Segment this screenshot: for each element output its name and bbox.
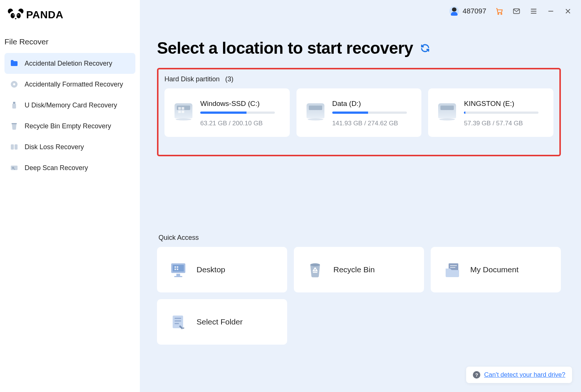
partition-card-e[interactable]: KINGSTON (E:) 57.39 GB / 57.74 GB <box>428 88 553 137</box>
sidebar-item-label: Disk Loss Recovery <box>25 143 84 151</box>
partition-card-d[interactable]: Data (D:) 141.93 GB / 274.62 GB <box>296 88 422 137</box>
usb-icon <box>10 101 19 110</box>
sidebar-menu: Accidental Deletion Recovery Accidentall… <box>0 53 140 178</box>
svg-rect-27 <box>176 274 180 276</box>
svg-rect-11 <box>12 104 16 109</box>
svg-rect-13 <box>11 144 14 150</box>
svg-rect-39 <box>175 320 181 322</box>
usage-bar <box>200 112 275 114</box>
quick-card-recycle-bin[interactable]: Recycle Bin <box>294 247 424 292</box>
disk-split-icon <box>10 142 19 151</box>
svg-rect-30 <box>177 266 178 268</box>
svg-rect-37 <box>173 316 183 328</box>
avatar-icon <box>449 6 459 16</box>
sidebar-item-recycle-bin[interactable]: Recycle Bin Empty Recovery <box>4 116 135 137</box>
svg-point-6 <box>18 15 19 16</box>
svg-rect-20 <box>178 107 181 110</box>
sidebar-item-label: Accidental Deletion Recovery <box>25 60 112 68</box>
quick-card-label: Recycle Bin <box>333 265 375 274</box>
svg-point-17 <box>498 13 499 15</box>
partition-name: KINGSTON (E:) <box>464 100 544 108</box>
quick-card-label: Desktop <box>197 265 225 274</box>
svg-rect-32 <box>177 269 178 270</box>
svg-rect-21 <box>182 107 184 110</box>
svg-point-33 <box>310 263 320 266</box>
partition-highlight-box: Hard Disk partition (3) <box>157 68 561 156</box>
panda-logo-icon <box>7 8 24 22</box>
main-panel: 487097 Select a location to start recove… <box>140 0 581 392</box>
quick-access-section: Quick Access Desktop Recycle Bin <box>157 234 561 345</box>
recycle-bin-icon <box>306 260 324 279</box>
quick-access-label: Quick Access <box>157 234 561 242</box>
sidebar-item-label: Recycle Bin Empty Recovery <box>25 122 111 130</box>
sidebar-item-deep-scan[interactable]: Deep Scan Recovery <box>4 157 135 178</box>
drive-icon <box>173 100 194 120</box>
mail-icon[interactable] <box>512 7 521 15</box>
quick-card-my-document[interactable]: My Document <box>431 247 561 292</box>
cart-icon[interactable] <box>495 7 503 15</box>
select-folder-icon <box>169 313 188 331</box>
partition-name: Data (D:) <box>332 100 413 108</box>
svg-rect-10 <box>13 102 15 104</box>
quick-card-label: My Document <box>470 265 519 274</box>
minimize-icon[interactable] <box>547 7 555 15</box>
svg-point-7 <box>15 18 16 19</box>
usage-bar <box>332 112 407 114</box>
help-chip[interactable]: ? Can't detect your hard drive? <box>466 367 572 383</box>
trash-icon <box>10 122 19 131</box>
partition-card-c[interactable]: Windows-SSD (C:) 63.21 GB / 200.10 GB <box>164 88 290 137</box>
folder-icon <box>10 59 19 68</box>
disc-icon <box>10 80 19 89</box>
svg-rect-29 <box>175 266 176 268</box>
page-title: Select a location to start recovery <box>157 39 413 57</box>
svg-point-3 <box>11 13 15 18</box>
sidebar-item-formatted[interactable]: Accidentally Formatted Recovery <box>4 74 135 95</box>
svg-rect-25 <box>173 265 184 272</box>
windows-icon <box>178 107 184 113</box>
partition-section-label: Hard Disk partition (3) <box>164 75 553 83</box>
app-logo: PANDA <box>0 5 140 37</box>
svg-rect-23 <box>182 110 184 113</box>
help-link[interactable]: Can't detect your hard drive? <box>484 371 565 379</box>
svg-point-4 <box>17 13 21 18</box>
quick-card-desktop[interactable]: Desktop <box>157 247 287 292</box>
sidebar-heading: File Recover <box>0 37 140 53</box>
sidebar-item-label: Deep Scan Recovery <box>25 164 88 172</box>
partition-name: Windows-SSD (C:) <box>200 100 281 108</box>
user-chip[interactable]: 487097 <box>449 6 486 16</box>
menu-icon[interactable] <box>530 7 538 15</box>
help-icon: ? <box>473 371 480 379</box>
topbar: 487097 <box>140 0 581 22</box>
svg-rect-22 <box>178 110 181 113</box>
brand-name: PANDA <box>26 9 63 21</box>
partition-usage: 57.39 GB / 57.74 GB <box>464 120 544 127</box>
svg-rect-14 <box>15 144 18 150</box>
drive-icon <box>437 100 457 120</box>
quick-card-label: Select Folder <box>197 317 243 326</box>
sidebar-item-label: U Disk/Memory Card Recovery <box>25 101 117 109</box>
document-folder-icon <box>443 260 461 279</box>
sidebar-item-u-disk[interactable]: U Disk/Memory Card Recovery <box>4 95 135 116</box>
svg-rect-31 <box>175 269 176 270</box>
svg-point-18 <box>501 13 502 15</box>
svg-rect-40 <box>175 323 179 324</box>
svg-point-9 <box>13 83 15 85</box>
user-id: 487097 <box>463 7 486 15</box>
close-icon[interactable] <box>564 7 572 15</box>
usage-bar <box>464 112 538 114</box>
desktop-icon <box>169 260 188 279</box>
quick-card-select-folder[interactable]: Select Folder <box>157 299 287 345</box>
drive-icon <box>305 100 326 120</box>
svg-rect-38 <box>175 318 181 319</box>
partition-usage: 63.21 GB / 200.10 GB <box>200 120 281 127</box>
sidebar-item-label: Accidentally Formatted Recovery <box>25 81 123 88</box>
scan-icon <box>10 163 19 172</box>
sidebar-item-disk-loss[interactable]: Disk Loss Recovery <box>4 137 135 157</box>
sidebar: PANDA File Recover Accidental Deletion R… <box>0 0 140 392</box>
svg-rect-36 <box>450 267 455 268</box>
sidebar-item-accidental-deletion[interactable]: Accidental Deletion Recovery <box>4 53 135 74</box>
svg-point-5 <box>13 15 14 16</box>
refresh-icon[interactable] <box>420 43 430 53</box>
partition-usage: 141.93 GB / 274.62 GB <box>332 120 413 127</box>
svg-rect-35 <box>450 265 457 266</box>
